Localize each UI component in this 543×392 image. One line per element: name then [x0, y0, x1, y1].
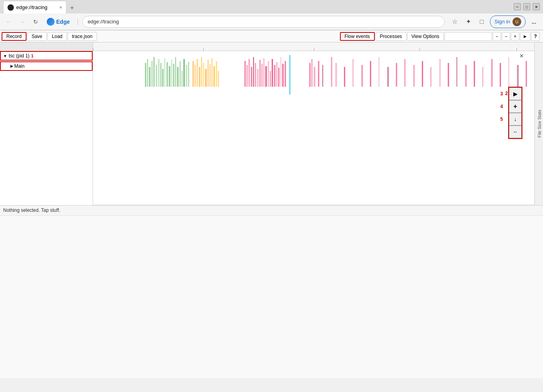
- annotation-2: 2: [505, 91, 508, 96]
- favorites-button[interactable]: ☆: [449, 16, 461, 28]
- svg-rect-49: [276, 62, 277, 87]
- zoom-down-button[interactable]: ↓: [509, 113, 522, 126]
- svg-rect-64: [370, 61, 371, 87]
- extensions-button[interactable]: □: [476, 16, 488, 28]
- select-tool-button[interactable]: ▶: [509, 88, 522, 100]
- collections-button[interactable]: ✦: [462, 16, 474, 28]
- zoom-in-tool-button[interactable]: +: [509, 100, 522, 113]
- annotation-3: 3: [500, 91, 503, 97]
- fit-button[interactable]: ↔: [509, 126, 522, 138]
- svg-rect-79: [500, 63, 501, 87]
- svg-rect-19: [186, 65, 187, 87]
- svg-rect-41: [260, 60, 260, 87]
- svg-rect-68: [404, 59, 405, 87]
- record-button[interactable]: Record: [2, 32, 27, 41]
- close-timeline-button[interactable]: ✕: [518, 52, 526, 60]
- toolbar-right: Flow events Processes View Options − − +…: [340, 32, 540, 41]
- zoom-out-button[interactable]: −: [493, 32, 501, 41]
- timeline-content[interactable]: ✕: [93, 51, 534, 205]
- forward-button[interactable]: →: [17, 16, 28, 27]
- reload-button[interactable]: ↻: [30, 16, 41, 27]
- zoom-fit-button[interactable]: −: [502, 32, 510, 41]
- svg-rect-24: [199, 67, 200, 87]
- svg-rect-23: [196, 59, 198, 87]
- minimize-button[interactable]: ─: [514, 3, 521, 10]
- svg-rect-66: [387, 67, 389, 87]
- address-text: edge://tracing: [87, 19, 119, 25]
- load-button[interactable]: Load: [47, 32, 67, 41]
- svg-rect-46: [270, 71, 271, 87]
- back-button[interactable]: ←: [3, 16, 14, 27]
- processes-button[interactable]: Processes: [376, 32, 406, 41]
- svg-rect-45: [268, 61, 269, 87]
- svg-rect-81: [517, 65, 518, 87]
- flow-events-button[interactable]: Flow events: [340, 32, 375, 41]
- svg-rect-21: [192, 61, 194, 87]
- svg-rect-76: [474, 61, 475, 87]
- process-item-tsc[interactable]: ▼ tsc (pid 1) 1: [0, 51, 93, 61]
- sidebar-tab-file-size-stats[interactable]: File Size Stats: [536, 42, 543, 205]
- svg-rect-13: [173, 64, 174, 87]
- svg-rect-78: [491, 59, 493, 87]
- toolbar: Record Save Load trace.json Flow events …: [0, 30, 543, 42]
- sign-in-button[interactable]: Sign in U: [490, 15, 526, 28]
- svg-rect-11: [169, 66, 170, 87]
- control-group: 3 ▶ 4 + 5 ↓: [508, 87, 522, 139]
- next-button[interactable]: ►: [520, 32, 530, 41]
- nav-bar: ← → ↻ Edge | edge://tracing ☆ ✦ □ Sign i…: [0, 13, 543, 30]
- tab-favicon: [8, 4, 14, 11]
- svg-rect-31: [213, 66, 215, 87]
- svg-rect-0: [145, 63, 146, 87]
- new-tab-button[interactable]: +: [66, 2, 78, 13]
- svg-rect-14: [175, 57, 176, 87]
- edge-logo: Edge: [44, 18, 73, 26]
- svg-rect-1: [147, 59, 148, 87]
- address-bar[interactable]: edge://tracing: [82, 16, 445, 28]
- svg-rect-30: [212, 58, 213, 87]
- zoom-in-button[interactable]: +: [511, 32, 519, 41]
- close-button[interactable]: ✕: [533, 3, 540, 10]
- svg-rect-52: [282, 64, 284, 87]
- process-subitem-main[interactable]: ► Main: [0, 61, 93, 71]
- svg-rect-51: [280, 57, 281, 87]
- maximize-button[interactable]: □: [523, 3, 530, 10]
- annotation-1: 1: [31, 53, 34, 58]
- svg-rect-39: [255, 63, 256, 87]
- svg-rect-82: [526, 61, 527, 87]
- chevron-down-icon: ▼: [3, 54, 7, 58]
- svg-rect-12: [171, 60, 172, 87]
- tab-title: edge://tracing: [16, 4, 47, 10]
- svg-rect-7: [161, 63, 161, 87]
- svg-rect-35: [247, 65, 247, 87]
- nav-icons: ☆ ✦ □: [449, 16, 488, 28]
- svg-rect-3: [152, 61, 153, 87]
- chevron-right-icon: ►: [9, 63, 14, 69]
- app-content: Record Save Load trace.json Flow events …: [0, 30, 543, 378]
- search-input[interactable]: [444, 32, 492, 41]
- process-panel: ▼ tsc (pid 1) 1 ► Main: [0, 42, 93, 205]
- svg-rect-63: [361, 65, 363, 87]
- right-sidebar: File Size Stats Metrics Frame Data Input…: [534, 42, 543, 205]
- svg-rect-61: [344, 67, 345, 87]
- tab-close-button[interactable]: ×: [59, 5, 62, 10]
- svg-rect-53: [285, 61, 286, 87]
- svg-rect-71: [431, 67, 431, 87]
- sidebar-tab-metrics[interactable]: Metrics: [534, 42, 536, 205]
- svg-rect-18: [183, 59, 184, 87]
- svg-rect-29: [209, 64, 211, 87]
- active-tab[interactable]: edge://tracing ×: [3, 1, 66, 13]
- timeline-area: 0 s 5 s 5 s 10 s 15 s: [93, 42, 534, 205]
- trace-visualization: [93, 55, 534, 95]
- save-button[interactable]: Save: [27, 32, 47, 41]
- view-options-button[interactable]: View Options: [407, 32, 444, 41]
- svg-rect-6: [158, 59, 159, 87]
- process-tree: ▼ tsc (pid 1) 1 ► Main: [0, 51, 93, 205]
- help-button[interactable]: ?: [531, 32, 540, 41]
- svg-rect-38: [253, 57, 254, 87]
- svg-rect-40: [257, 69, 258, 87]
- more-button[interactable]: ...: [528, 16, 540, 28]
- svg-rect-17: [182, 71, 182, 87]
- process-item-label: tsc (pid 1): [9, 53, 30, 59]
- edge-label: Edge: [56, 19, 70, 25]
- trace-json-button[interactable]: trace.json: [68, 32, 97, 41]
